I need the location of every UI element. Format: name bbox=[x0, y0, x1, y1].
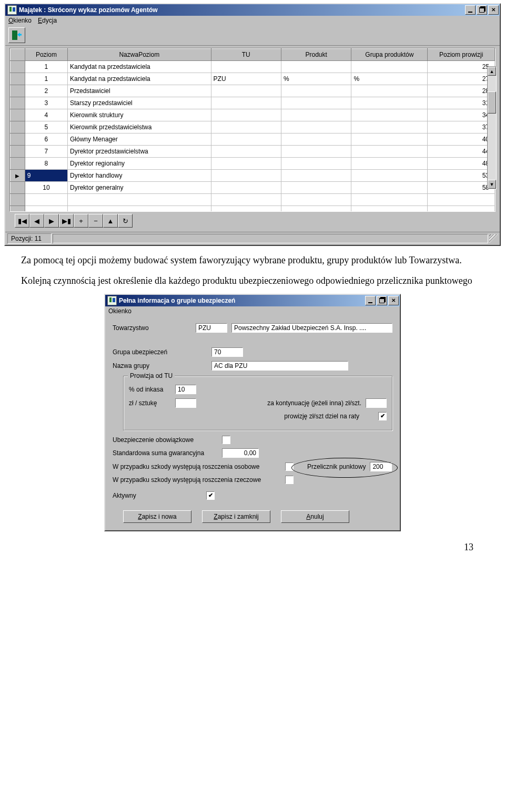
col-tu[interactable]: TU bbox=[211, 49, 281, 61]
cell[interactable]: 28 bbox=[428, 85, 495, 97]
cell[interactable] bbox=[351, 170, 428, 182]
cell[interactable] bbox=[211, 146, 281, 158]
cell[interactable]: 31 bbox=[428, 97, 495, 109]
restore-button[interactable] bbox=[477, 5, 487, 15]
table-row[interactable]: 10Dyrektor generalny58 bbox=[11, 182, 495, 194]
cell[interactable]: Starszy przedstawiciel bbox=[68, 97, 211, 109]
input-zl-sztuke[interactable] bbox=[175, 398, 196, 408]
cell[interactable] bbox=[351, 61, 428, 73]
checkbox-raty[interactable]: ✔ bbox=[378, 412, 387, 420]
titlebar[interactable]: Pełna informacja o grupie ubezpieczeń bbox=[105, 295, 400, 306]
table-row[interactable]: 5Kierownik przedstawicielstwa37 bbox=[11, 121, 495, 133]
cell[interactable]: 1 bbox=[25, 61, 67, 73]
table-row[interactable]: 8Dyrektor regionalny48 bbox=[11, 158, 495, 170]
cell[interactable]: Dyrektor przedstawicielstwa bbox=[68, 146, 211, 158]
input-nazwa-grupy[interactable] bbox=[211, 361, 348, 371]
cell[interactable]: 10 bbox=[25, 182, 67, 194]
cell[interactable]: 53 bbox=[428, 170, 495, 182]
cell[interactable]: 7 bbox=[25, 146, 67, 158]
button-zapisz-nowa[interactable]: Zapisz i nowa bbox=[123, 510, 191, 523]
cell[interactable]: Kandydat na przedstawiciela bbox=[68, 61, 211, 73]
cell[interactable]: 37 bbox=[428, 121, 495, 133]
menu-edycja[interactable]: Edycja bbox=[38, 17, 57, 24]
input-proc-inkasa[interactable] bbox=[175, 385, 196, 394]
cell[interactable]: % bbox=[281, 73, 351, 85]
cell[interactable]: 58 bbox=[428, 182, 495, 194]
cell[interactable] bbox=[211, 121, 281, 133]
cell[interactable] bbox=[351, 97, 428, 109]
cell[interactable]: 27 bbox=[428, 73, 495, 85]
cell[interactable] bbox=[351, 109, 428, 121]
cell[interactable] bbox=[211, 109, 281, 121]
minimize-button[interactable] bbox=[465, 5, 476, 15]
table-row[interactable]: 2Przedstawiciel28 bbox=[11, 85, 495, 97]
nav-edit[interactable]: ▲ bbox=[103, 214, 118, 228]
restore-button[interactable] bbox=[377, 296, 387, 305]
checkbox-aktywny[interactable]: ✔ bbox=[206, 491, 215, 500]
cell[interactable]: Kierownik przedstawicielstwa bbox=[68, 121, 211, 133]
cell[interactable]: 4 bbox=[25, 109, 67, 121]
input-suma[interactable] bbox=[222, 448, 259, 458]
cell[interactable]: 34 bbox=[428, 109, 495, 121]
cell[interactable]: 6 bbox=[25, 133, 67, 146]
close-button[interactable] bbox=[488, 5, 499, 15]
input-grupa[interactable] bbox=[211, 347, 243, 357]
cell[interactable] bbox=[211, 61, 281, 73]
button-anuluj[interactable]: Anuluj bbox=[281, 510, 349, 523]
table-row[interactable]: 6Główny Menager40 bbox=[11, 133, 495, 146]
cell[interactable]: 9 bbox=[25, 170, 67, 182]
cell[interactable]: Dyrektor regionalny bbox=[68, 158, 211, 170]
titlebar[interactable]: Majątek : Skrócony wykaz poziomów Agentó… bbox=[5, 4, 500, 16]
cell[interactable]: 25 bbox=[428, 61, 495, 73]
cell[interactable] bbox=[351, 146, 428, 158]
button-zapisz-zamknij[interactable]: Zapisz i zamknij bbox=[202, 510, 270, 523]
col-nazwa[interactable]: NazwaPoziom bbox=[68, 49, 211, 61]
cell[interactable]: 40 bbox=[428, 133, 495, 146]
cell[interactable] bbox=[211, 133, 281, 146]
cell[interactable] bbox=[281, 85, 351, 97]
cell[interactable]: 1 bbox=[25, 73, 67, 85]
cell[interactable]: Przedstawiciel bbox=[68, 85, 211, 97]
cell[interactable] bbox=[351, 158, 428, 170]
col-produkt[interactable]: Produkt bbox=[281, 49, 351, 61]
cell[interactable]: 8 bbox=[25, 158, 67, 170]
checkbox-obowiazkowe[interactable] bbox=[222, 436, 230, 444]
cell[interactable] bbox=[281, 97, 351, 109]
table-row[interactable]: 1Kandydat na przedstawiciela25 bbox=[11, 61, 495, 73]
cell[interactable] bbox=[281, 146, 351, 158]
cell[interactable] bbox=[281, 170, 351, 182]
exit-button[interactable] bbox=[8, 27, 25, 43]
scroll-track[interactable] bbox=[488, 76, 496, 180]
input-tow-code[interactable] bbox=[196, 323, 227, 333]
table-row[interactable]: 1Kandydat na przedstawicielaPZU%%27 bbox=[11, 73, 495, 85]
cell[interactable] bbox=[351, 85, 428, 97]
input-za-kontynuacje[interactable] bbox=[366, 398, 387, 408]
scroll-up-button[interactable]: ▲ bbox=[488, 67, 496, 76]
cell[interactable]: Dyrektor generalny bbox=[68, 182, 211, 194]
col-prowizja[interactable]: Poziom prowizji bbox=[428, 49, 495, 61]
nav-last[interactable]: ▶▮ bbox=[59, 214, 74, 228]
nav-first[interactable]: ▮◀ bbox=[15, 214, 29, 228]
nav-add[interactable]: + bbox=[74, 214, 88, 228]
resize-grip[interactable] bbox=[489, 234, 498, 243]
vertical-scrollbar[interactable]: ▲ ▼ bbox=[487, 66, 497, 189]
cell[interactable] bbox=[351, 133, 428, 146]
minimize-button[interactable] bbox=[365, 296, 376, 305]
cell[interactable]: 3 bbox=[25, 97, 67, 109]
cell[interactable]: 48 bbox=[428, 158, 495, 170]
cell[interactable] bbox=[211, 97, 281, 109]
cell[interactable]: 44 bbox=[428, 146, 495, 158]
nav-prev[interactable]: ◀ bbox=[29, 214, 44, 228]
col-poziom[interactable]: Poziom bbox=[25, 49, 67, 61]
cell[interactable]: Kandydat na przedstawiciela bbox=[68, 73, 211, 85]
col-grupa[interactable]: Grupa produktów bbox=[351, 49, 428, 61]
table-row[interactable]: ▶9Dyrektor handlowy53 bbox=[11, 170, 495, 182]
nav-delete[interactable]: − bbox=[88, 214, 103, 228]
table-row[interactable]: 3Starszy przedstawiciel31 bbox=[11, 97, 495, 109]
cell[interactable] bbox=[211, 85, 281, 97]
table-row[interactable]: 4Kierownik struktury34 bbox=[11, 109, 495, 121]
cell[interactable]: 5 bbox=[25, 121, 67, 133]
cell[interactable] bbox=[211, 170, 281, 182]
cell[interactable] bbox=[351, 182, 428, 194]
checkbox-roszczenia-rzeczowe[interactable] bbox=[285, 476, 294, 484]
